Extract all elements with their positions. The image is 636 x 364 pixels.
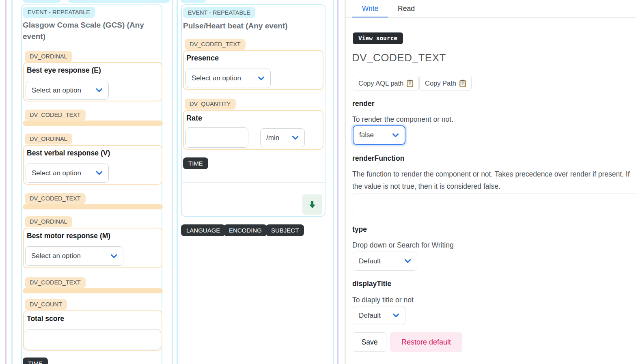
rate-unit-select[interactable]: /min (260, 128, 305, 147)
prop-type-description: Drop down or Search for Writing (352, 241, 454, 250)
field-label: Presence (186, 54, 219, 62)
best-verbal-response-select[interactable]: Select an option (26, 164, 109, 183)
cut-badge-fragment (23, 0, 61, 3)
tabs-separator (346, 17, 636, 18)
pulse-panel-title: Pulse/Heart beat (Any event) (183, 20, 321, 32)
select-value: Select an option (192, 74, 241, 82)
clipboard-icon (407, 80, 413, 87)
select-value: Select an option (32, 86, 81, 95)
restore-default-button[interactable]: Restore default (390, 332, 462, 352)
prop-renderfunction-description-line2: the value is not true, then it is consid… (352, 182, 500, 191)
dv-type-badge[interactable]: DV_CODED_TEXT (25, 277, 86, 288)
time-badge[interactable]: TIME (23, 358, 48, 364)
select-value: /min (266, 134, 279, 142)
copy-aql-path-button[interactable]: Copy AQL path (353, 76, 419, 90)
prop-render-name: render (352, 99, 374, 108)
render-select[interactable]: false (353, 125, 405, 145)
chevron-down-icon (392, 133, 399, 138)
prop-renderfunction-description-line1: The function to render the component or … (352, 170, 630, 179)
field-label: Best verbal response (V) (27, 149, 110, 157)
subject-badge[interactable]: SUBJECT (266, 224, 304, 236)
dv-type-badge[interactable]: DV_QUANTITY (185, 99, 236, 110)
total-score-input[interactable] (25, 330, 161, 349)
tab-read[interactable]: Read (390, 4, 422, 13)
save-button[interactable]: Save (353, 332, 386, 352)
cut-badge-fragment (68, 0, 170, 3)
event-repeatable-badge[interactable]: EVENT - REPEATABLE (183, 7, 255, 18)
chevron-down-icon (404, 259, 411, 263)
dv-type-badge[interactable]: DV_CODED_TEXT (25, 110, 86, 121)
prop-displaytitle-name: displayTitle (352, 280, 391, 288)
view-source-button[interactable]: View source (353, 32, 403, 44)
field-label: Best motor response (M) (27, 232, 110, 240)
copy-aql-path-label: Copy AQL path (358, 80, 403, 87)
field-label: Rate (186, 114, 202, 123)
add-event-button[interactable] (302, 194, 322, 215)
field-label: Best eye response (E) (27, 66, 101, 75)
dv-type-badge[interactable]: DV_CODED_TEXT (185, 39, 246, 50)
select-value: Select an option (32, 169, 81, 177)
collapsed-field-bar (23, 288, 163, 293)
prop-renderfunction-name: renderFunction (352, 154, 404, 163)
display-title-select[interactable]: Default (353, 306, 405, 325)
dv-type-badge[interactable]: DV_ORDINAL (25, 216, 72, 227)
dv-type-badge[interactable]: DV_ORDINAL (25, 51, 72, 62)
chevron-down-icon (96, 88, 103, 93)
dv-type-badge[interactable]: DV_CODED_TEXT (25, 193, 86, 204)
collapsed-field-bar (23, 204, 163, 209)
chevron-down-icon (292, 136, 299, 140)
select-value: false (359, 131, 374, 139)
chevron-down-icon (110, 254, 117, 258)
type-select[interactable]: Default (353, 252, 417, 271)
chevron-down-icon (392, 313, 399, 318)
chevron-down-icon (258, 76, 265, 81)
cut-badge-fragment (181, 0, 206, 3)
event-repeatable-badge[interactable]: EVENT - REPEATABLE (23, 7, 95, 18)
time-badge[interactable]: TIME (183, 157, 208, 169)
field-label: Total score (27, 314, 64, 323)
encoding-badge[interactable]: ENCODING (224, 224, 267, 236)
settings-heading: DV_CODED_TEXT (352, 52, 446, 64)
prop-render-description: To render the component or not. (352, 115, 453, 124)
copy-path-label: Copy Path (425, 80, 456, 87)
prop-displaytitle-description: To diaply title or not (352, 296, 414, 304)
panel-divider (345, 0, 346, 364)
chevron-down-icon (96, 171, 103, 175)
select-value: Default (359, 312, 381, 320)
prop-type-name: type (352, 225, 367, 234)
collapsed-field-bar (23, 121, 163, 126)
green-down-arrow-icon (308, 200, 317, 209)
gcs-panel-title: Glasgow Coma Scale (GCS) (Any event) (23, 19, 150, 42)
clipboard-icon (459, 80, 466, 87)
rate-input[interactable] (185, 127, 248, 148)
copy-path-button[interactable]: Copy Path (419, 76, 472, 90)
render-function-input[interactable] (353, 194, 636, 214)
best-motor-response-select[interactable]: Select an option (25, 246, 123, 266)
card-divider (182, 182, 325, 183)
tab-write[interactable]: Write (352, 4, 388, 13)
select-value: Select an option (31, 252, 81, 260)
best-eye-response-select[interactable]: Select an option (26, 81, 109, 100)
presence-select[interactable]: Select an option (185, 69, 271, 88)
select-value: Default (359, 257, 381, 265)
language-badge[interactable]: LANGUAGE (181, 224, 225, 236)
dv-type-badge[interactable]: DV_ORDINAL (25, 134, 72, 144)
dv-type-badge[interactable]: DV_COUNT (25, 299, 67, 310)
